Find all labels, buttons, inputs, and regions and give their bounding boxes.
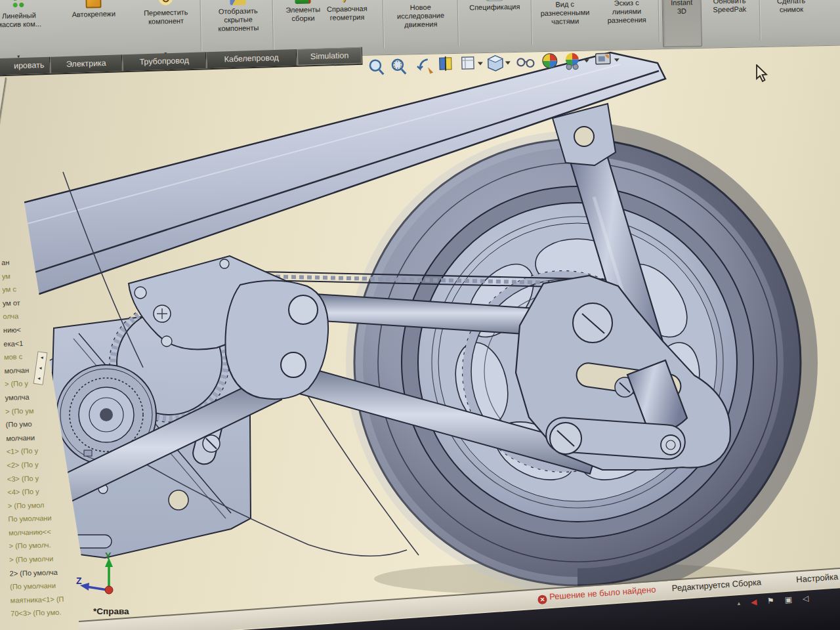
snapshot-button[interactable]: Сделать снимок bbox=[763, 0, 820, 44]
ribbon-button-label: Обновить SpeedPak bbox=[702, 0, 757, 14]
tree-item[interactable]: мов с bbox=[4, 349, 58, 364]
motion-study-icon bbox=[412, 0, 428, 1]
display-network-icon[interactable]: ▣ bbox=[784, 595, 792, 604]
ribbon-separator bbox=[382, 0, 384, 48]
ribbon-separator bbox=[272, 0, 274, 51]
ribbon-button-label: Вид с разнесенными частями bbox=[534, 0, 597, 26]
motion-study-button[interactable]: Новое исследование движения bbox=[386, 0, 455, 52]
system-tray: ▴ ◀ ⚑ ▣ ◁ bbox=[737, 594, 809, 608]
tree-item[interactable]: > (По ум bbox=[5, 403, 59, 418]
view-orientation-label: *Справа bbox=[93, 606, 129, 616]
tree-item[interactable]: <3> (По у bbox=[7, 471, 61, 486]
triad-y-label: Y bbox=[105, 551, 112, 561]
triad-z-label: Z bbox=[76, 576, 82, 586]
error-icon: ✕ bbox=[537, 595, 547, 604]
explode-sketch-button[interactable]: ≈Эскиз с линиями разнесения bbox=[597, 0, 656, 47]
ribbon-button-label: Переместить компонент bbox=[131, 8, 202, 26]
ribbon-separator bbox=[759, 0, 761, 40]
tree-item[interactable]: маятника<1> (П bbox=[10, 593, 64, 608]
instant3d-button[interactable]: Instant 3D bbox=[662, 0, 702, 47]
show-hidden-button[interactable]: Отобразить скрытые компоненты bbox=[205, 0, 272, 56]
tree-item[interactable]: 2> (По умолча bbox=[9, 565, 63, 580]
bom-icon bbox=[486, 0, 503, 1]
smart-fasteners-icon bbox=[85, 0, 101, 9]
ribbon-separator bbox=[530, 0, 532, 45]
tree-item[interactable]: > (По умол bbox=[8, 497, 62, 513]
smart-fasteners-button[interactable]: Автокрепежи bbox=[58, 0, 130, 59]
speaker-icon[interactable]: ◁ bbox=[803, 594, 809, 604]
tab-electrical[interactable]: Электрика bbox=[50, 54, 123, 73]
apply-scene-icon[interactable] bbox=[566, 52, 590, 70]
linear-pattern-icon bbox=[10, 0, 26, 10]
tree-item[interactable]: > (По у bbox=[5, 376, 58, 391]
move-component-icon: ↻ bbox=[158, 0, 173, 7]
mouse-cursor bbox=[755, 64, 772, 87]
previous-view-icon[interactable] bbox=[417, 59, 434, 74]
edit-appearance-icon[interactable] bbox=[543, 53, 558, 68]
status-menu-customize[interactable]: Настройка bbox=[796, 572, 839, 584]
ribbon-button-label: Сделать снимок bbox=[763, 0, 820, 14]
feature-tree: анумум сум отолчанию<ека<1мов смолчан> (… bbox=[1, 255, 64, 621]
status-error-text: Решение не было найдено bbox=[549, 585, 656, 602]
tab-analyze[interactable]: ировать bbox=[0, 57, 51, 75]
ribbon-button-label: Отобразить скрытые компоненты bbox=[205, 7, 272, 33]
ribbon-button-label: Новое исследование движения bbox=[387, 3, 455, 30]
linear-pattern-button[interactable]: Линейный массив ком...▾ bbox=[0, 0, 56, 60]
assembly-features-icon bbox=[295, 0, 310, 4]
tree-item[interactable]: <4> (По у bbox=[7, 484, 61, 499]
view-settings-icon[interactable] bbox=[596, 53, 620, 64]
bom-button[interactable]: Спецификация bbox=[461, 0, 529, 51]
tree-item[interactable]: умолча bbox=[5, 390, 58, 405]
tree-item[interactable]: молчан bbox=[4, 363, 58, 378]
show-hidden-icon bbox=[230, 0, 245, 5]
tree-item[interactable]: > (По умолчи bbox=[9, 552, 63, 567]
ribbon-button-label: Эскиз с линиями разнесения bbox=[598, 0, 656, 25]
tree-item[interactable]: ум от bbox=[3, 295, 56, 310]
status-mode-text: Редактируется Сборка bbox=[671, 577, 761, 593]
photographed-screen: Линейный массив ком...▾Автокрепежи↻Перем… bbox=[0, 0, 840, 630]
view-orientation-icon[interactable] bbox=[462, 56, 483, 69]
tree-item[interactable]: > (По умолч. bbox=[9, 538, 62, 553]
volume-muted-icon[interactable]: ◀ bbox=[750, 597, 757, 607]
tree-item[interactable]: олча bbox=[3, 308, 56, 324]
tree-item[interactable]: ан bbox=[1, 255, 55, 270]
tree-item[interactable]: <1> (По у bbox=[7, 444, 60, 459]
ribbon-button-label: Instant 3D bbox=[663, 0, 702, 16]
action-center-flag-icon[interactable]: ⚑ bbox=[767, 596, 775, 606]
ribbon-button-label: Автокрепежи bbox=[58, 9, 129, 19]
ribbon-button-label: Справочная геометрия bbox=[314, 4, 381, 22]
zoom-to-fit-icon[interactable] bbox=[370, 60, 384, 75]
tree-item[interactable]: ека<1 bbox=[3, 335, 57, 350]
tree-item[interactable]: (По умо bbox=[5, 417, 59, 432]
zoom-to-area-icon[interactable] bbox=[392, 59, 406, 74]
tab-cable[interactable]: Кабелепровод bbox=[206, 49, 297, 68]
tree-item[interactable]: <2> (По у bbox=[7, 457, 60, 472]
tree-item[interactable]: молчанию<< bbox=[9, 525, 62, 540]
ribbon-button-label: Линейный массив ком... bbox=[0, 11, 56, 30]
reference-geometry-button[interactable]: ╱Справочная геометрия▾ bbox=[314, 0, 381, 53]
section-view-icon[interactable] bbox=[440, 56, 452, 71]
exploded-view-button[interactable]: ✓Вид с разнесенными частями bbox=[533, 0, 597, 49]
speedpak-button[interactable]: !Обновить SpeedPak bbox=[702, 0, 757, 45]
tree-item[interactable]: ум с bbox=[2, 282, 56, 297]
reference-geometry-icon: ╱ bbox=[339, 0, 354, 3]
move-component-button[interactable]: ↻Переместить компонент▾ bbox=[130, 0, 202, 57]
tab-piping[interactable]: Трубопровод bbox=[122, 52, 207, 71]
show-hidden-icons-icon[interactable]: ▴ bbox=[737, 600, 740, 606]
ribbon-separator bbox=[658, 0, 660, 42]
tree-item[interactable]: нию< bbox=[3, 322, 57, 337]
hide-show-items-icon[interactable] bbox=[517, 58, 534, 68]
tree-item[interactable]: 70<3> (По умо. bbox=[10, 606, 64, 621]
display-style-icon[interactable] bbox=[488, 55, 511, 71]
tree-item[interactable]: ум bbox=[2, 268, 56, 283]
cad-model-motorcycle-rear bbox=[0, 0, 840, 630]
tree-item[interactable]: По умолчани bbox=[8, 511, 62, 526]
ribbon-separator bbox=[457, 0, 459, 47]
tab-simulation[interactable]: Simulation bbox=[297, 47, 363, 66]
graphics-area[interactable] bbox=[0, 0, 840, 630]
ribbon-button-label: Спецификация bbox=[461, 3, 528, 12]
tree-item[interactable]: молчани bbox=[6, 430, 60, 445]
tree-item[interactable]: (По умолчани bbox=[10, 579, 64, 594]
